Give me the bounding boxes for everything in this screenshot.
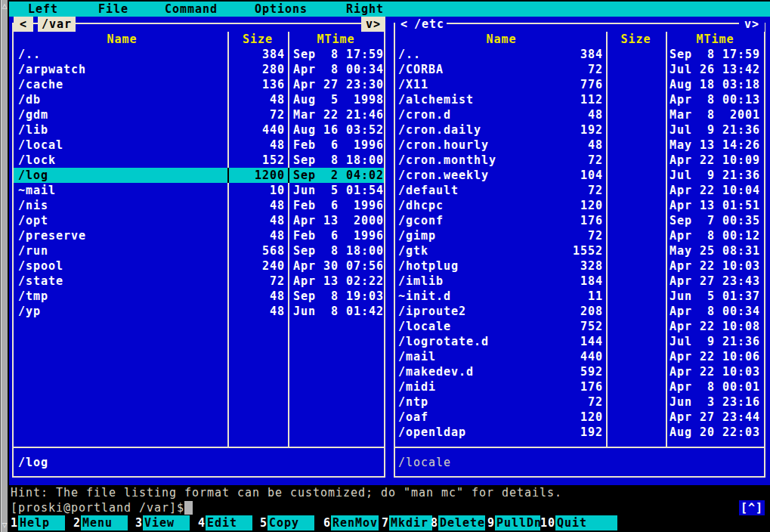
file-name: /midi [398, 379, 436, 394]
file-mtime: May 25 08:31 [669, 243, 760, 258]
file-mtime: Jul 9 21:36 [669, 122, 760, 138]
file-mtime: Apr 27 23:43 [669, 274, 760, 289]
function-key-number: 9 [487, 515, 495, 530]
file-row[interactable]: /cron.hourly 48 May 13 14:26 [395, 138, 764, 153]
column-header-size[interactable]: Size [606, 32, 666, 47]
text-cursor [184, 501, 193, 515]
function-key-label[interactable]: Edit [206, 515, 252, 530]
file-name: /openldap [398, 425, 466, 440]
file-size: 72 [497, 228, 603, 243]
file-size: 184 [497, 274, 603, 289]
file-row[interactable]: /cron.daily 192 Jul 9 21:36 [395, 122, 764, 138]
file-row[interactable]: /gimp 72 Apr 8 00:12 [395, 228, 764, 243]
function-key-label[interactable]: Mkdir [389, 515, 432, 530]
file-row[interactable]: /oaf 120 Apr 27 23:44 [395, 410, 764, 425]
scrollbar-up-arrow-icon[interactable]: △ [1, 1, 8, 11]
file-row[interactable]: /makedev.d 592 Apr 22 10:03 [395, 364, 764, 379]
file-size: 72 [497, 394, 603, 410]
file-mtime: Sep 7 00:35 [669, 213, 760, 228]
file-mtime: Jul 9 21:36 [669, 168, 760, 183]
file-size: 1200 [104, 168, 285, 183]
file-row[interactable]: ~init.d 11 Jun 5 01:37 [395, 289, 764, 304]
function-key-number: 1 [11, 515, 18, 530]
file-name: /cron.daily [398, 122, 481, 138]
file-mtime: Apr 22 10:03 [669, 364, 760, 379]
file-name: /cron.monthly [398, 153, 496, 168]
file-mtime: Jul 26 13:42 [669, 62, 760, 77]
function-key-label[interactable]: View [143, 515, 190, 530]
scroll-top-badge[interactable]: [^] [739, 500, 765, 515]
file-row[interactable]: /iproute2 208 Apr 8 00:34 [395, 304, 764, 319]
file-size: 208 [497, 304, 603, 319]
file-name: /oaf [398, 410, 428, 425]
file-mtime: May 13 14:26 [669, 138, 760, 153]
function-key-label[interactable]: Copy [267, 515, 314, 530]
file-name: /.. [398, 47, 421, 62]
file-row[interactable]: /mail 440 Apr 22 10:06 [395, 349, 764, 364]
file-size: 176 [497, 213, 603, 228]
mini-status: /locale [398, 455, 451, 470]
file-row[interactable]: /gtk 1552 May 25 08:31 [395, 243, 764, 258]
column-header-name[interactable]: Name [397, 32, 606, 47]
file-name: /cron.weekly [398, 168, 489, 183]
file-row[interactable]: /default 72 Apr 22 10:04 [395, 183, 764, 198]
file-row[interactable]: /.. 384 Sep 8 17:59 [395, 47, 764, 62]
file-size: 384 [497, 47, 603, 62]
midnight-commander: LeftFileCommandOptionsRight < /var v> Na… [9, 0, 770, 532]
panel-path[interactable]: /etc [412, 17, 447, 32]
function-key-number: 10 [540, 515, 555, 530]
file-size: 192 [497, 122, 603, 138]
function-key-label[interactable]: Help [18, 515, 65, 530]
file-row[interactable]: /cron.d 48 Mar 8 2001 [395, 107, 764, 122]
function-key-label[interactable]: Menu [81, 515, 128, 530]
file-size: 776 [497, 77, 603, 92]
file-row[interactable]: /logrotate.d 144 Jul 9 21:36 [395, 334, 764, 349]
file-mtime: Mar 8 2001 [669, 107, 760, 122]
file-mtime: Apr 22 10:04 [669, 183, 760, 198]
file-row[interactable]: /locale 752 Apr 22 10:08 [395, 319, 764, 334]
file-row[interactable]: /alchemist 112 Apr 8 00:13 [395, 92, 764, 107]
column-header-mtime[interactable]: MTime [666, 32, 765, 47]
file-mtime: Apr 8 00:01 [669, 379, 760, 394]
file-name: /gconf [398, 213, 444, 228]
file-row[interactable]: /X11 776 Aug 18 03:18 [395, 77, 764, 92]
terminal-scrollbar[interactable]: △ ▽ [0, 0, 9, 532]
file-name: /default [398, 183, 459, 198]
file-row[interactable]: /cron.monthly 72 Apr 22 10:09 [395, 153, 764, 168]
file-row[interactable]: /midi 176 Apr 8 00:01 [395, 379, 764, 394]
function-key-label[interactable]: PullDn [495, 515, 540, 530]
file-mtime: Aug 20 22:03 [669, 425, 760, 440]
file-mtime: Jul 9 21:36 [669, 334, 760, 349]
file-row[interactable]: /ntp 72 Jun 3 23:16 [395, 394, 764, 410]
file-name: /logrotate.d [398, 334, 489, 349]
function-key-label[interactable]: RenMov [331, 515, 379, 530]
file-size: 104 [497, 168, 603, 183]
file-size: 48 [497, 138, 603, 153]
file-row[interactable]: /imlib 184 Apr 27 23:43 [395, 274, 764, 289]
file-size: 176 [497, 379, 603, 394]
scrollbar-down-arrow-icon[interactable]: ▽ [1, 520, 8, 530]
file-row[interactable]: /CORBA 72 Jul 26 13:42 [395, 62, 764, 77]
file-row[interactable]: /hotplug 328 Apr 22 10:03 [395, 258, 764, 274]
file-row[interactable]: /cron.weekly 104 Jul 9 21:36 [395, 168, 764, 183]
file-row[interactable]: /dhcpc 120 Apr 13 01:51 [395, 198, 764, 213]
file-row[interactable]: /gconf 176 Sep 7 00:35 [395, 213, 764, 228]
file-mtime: Sep 8 17:59 [669, 47, 760, 62]
file-row[interactable]: /log 1200 Sep 2 04:02 [14, 168, 384, 183]
file-size: 752 [497, 319, 603, 334]
file-row[interactable]: /openldap 192 Aug 20 22:03 [395, 425, 764, 440]
command-line-prompt[interactable]: [proski@portland /var]$ [11, 500, 184, 515]
function-key-label[interactable]: Quit [555, 515, 617, 530]
function-key-number: 8 [431, 515, 438, 530]
file-size: 440 [497, 349, 603, 364]
function-key-label[interactable]: Delete [438, 515, 485, 530]
file-mtime: Apr 8 00:12 [669, 228, 760, 243]
function-key-bar: 1 Help 2 Menu 3 View 4 Edit 5 Copy 6 Ren… [9, 515, 770, 530]
function-key-number: 3 [135, 515, 143, 530]
panel-history-back-button[interactable]: < [395, 17, 413, 32]
file-mtime: Apr 22 10:06 [669, 349, 760, 364]
file-mtime: Apr 8 00:13 [669, 92, 760, 107]
file-size: 1552 [497, 243, 603, 258]
file-size: 72 [497, 183, 603, 198]
panel-history-dropdown-button[interactable]: v> [739, 17, 765, 32]
